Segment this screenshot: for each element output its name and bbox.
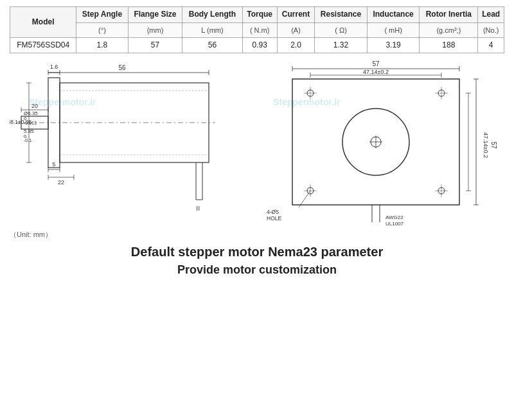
cell-resistance: 1.32 [315, 37, 368, 53]
col-lead-unit: (No.) [478, 22, 504, 37]
spec-table: Model Step Angle Flange Size Body Length… [10, 6, 504, 53]
svg-text:4-Ø5: 4-Ø5 [267, 209, 279, 215]
svg-text:500: 500 [366, 224, 375, 225]
footer-title: Default stepper motor Nema23 parameter [10, 245, 504, 259]
col-resistance-unit: ( Ω) [315, 22, 368, 37]
col-model: Model [10, 7, 76, 38]
col-inductance-header: Inductance [367, 7, 420, 23]
col-torque-header: Torque [242, 7, 277, 23]
svg-text:22: 22 [58, 179, 64, 186]
front-view-svg: 57 47.14±0.2 47.14±0.2 57 [260, 58, 504, 225]
side-view-svg: 56 1.6 Ø38.1±0.05 [10, 58, 247, 225]
col-current-header: Current [277, 7, 314, 23]
col-body-length-header: Body Length [182, 7, 242, 23]
cell-current: 2.0 [277, 37, 314, 53]
col-rotor-inertia-unit: (g.cm²;) [420, 22, 478, 37]
col-resistance-header: Resistance [315, 7, 368, 23]
diagram-right: Steppermotor.ir 57 47.14±0.2 47.14±0.2 5… [260, 58, 504, 227]
cell-body-length: 56 [182, 37, 242, 53]
col-step-angle-unit: (°) [76, 22, 128, 37]
cell-rotor-inertia: 188 [420, 37, 478, 53]
col-lead-header: Lead [478, 7, 504, 23]
svg-text:|||: ||| [196, 205, 200, 211]
cell-lead: 4 [478, 37, 504, 53]
footer-sub: Provide motor customization [10, 263, 504, 277]
col-body-length-unit: L (mm) [182, 22, 242, 37]
svg-text:56: 56 [118, 64, 126, 71]
col-flange-header: Flange Size [128, 7, 182, 23]
unit-note: （Unit: mm） [10, 230, 504, 240]
cell-step-angle: 1.8 [76, 37, 128, 53]
col-torque-unit: ( N.m) [242, 22, 277, 37]
svg-text:57: 57 [372, 60, 380, 67]
col-inductance-unit: ( mH) [367, 22, 420, 37]
svg-text:AWG22: AWG22 [386, 214, 403, 220]
svg-text:5: 5 [52, 161, 55, 168]
col-rotor-inertia-header: Rotor Inertia [420, 7, 478, 23]
svg-text:47.14±0.2: 47.14±0.2 [363, 69, 389, 75]
col-flange-unit: (mm) [128, 22, 182, 37]
diagrams-section: Steppermotor.ir 56 1.6 [10, 58, 504, 227]
col-step-angle-header: Step Angle [76, 7, 128, 23]
cell-model: FM5756SSD04 [10, 37, 76, 53]
svg-text:47.14±0.2: 47.14±0.2 [483, 132, 489, 158]
cell-inductance: 3.19 [367, 37, 420, 53]
footer: Default stepper motor Nema23 parameter P… [10, 245, 504, 277]
cell-flange-size: 57 [128, 37, 182, 53]
diagram-left: Steppermotor.ir 56 1.6 [10, 58, 247, 227]
col-current-unit: (A) [277, 22, 314, 37]
svg-text:20: 20 [31, 103, 38, 109]
svg-text:57: 57 [490, 142, 497, 150]
svg-text:-0.1: -0.1 [24, 138, 31, 143]
svg-text:HOLE: HOLE [267, 215, 281, 222]
svg-text:-0.013: -0.013 [24, 121, 37, 125]
cell-torque: 0.93 [242, 37, 277, 53]
svg-text:UL1007: UL1007 [386, 221, 404, 225]
svg-text:1.6: 1.6 [50, 64, 58, 70]
